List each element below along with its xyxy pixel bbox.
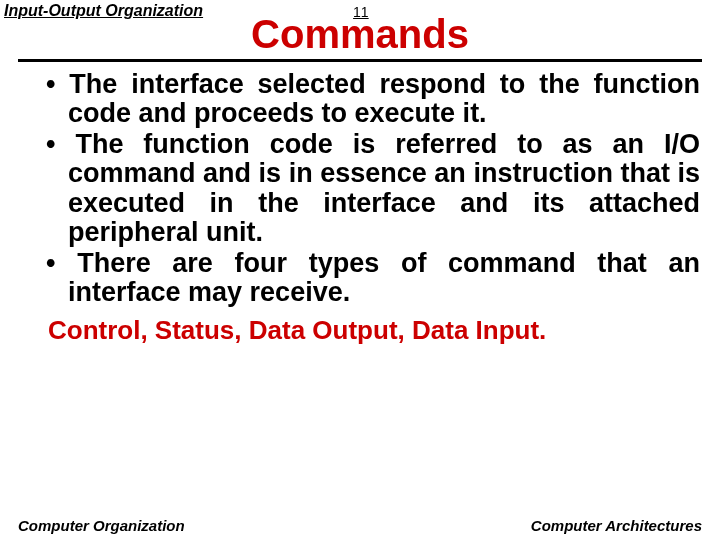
header-topic: Input-Output Organization xyxy=(4,2,203,20)
footer-right: Computer Architectures xyxy=(531,517,702,534)
title-underline xyxy=(18,59,702,62)
bullet-item: The function code is referred to as an I… xyxy=(20,130,700,247)
bullet-item: The interface selected respond to the fu… xyxy=(20,70,700,128)
footer-left: Computer Organization xyxy=(18,517,185,534)
bullet-item: There are four types of command that an … xyxy=(20,249,700,307)
command-types: Control, Status, Data Output, Data Input… xyxy=(20,315,700,346)
content-area: The interface selected respond to the fu… xyxy=(0,70,720,346)
footer: Computer Organization Computer Architect… xyxy=(0,517,720,534)
